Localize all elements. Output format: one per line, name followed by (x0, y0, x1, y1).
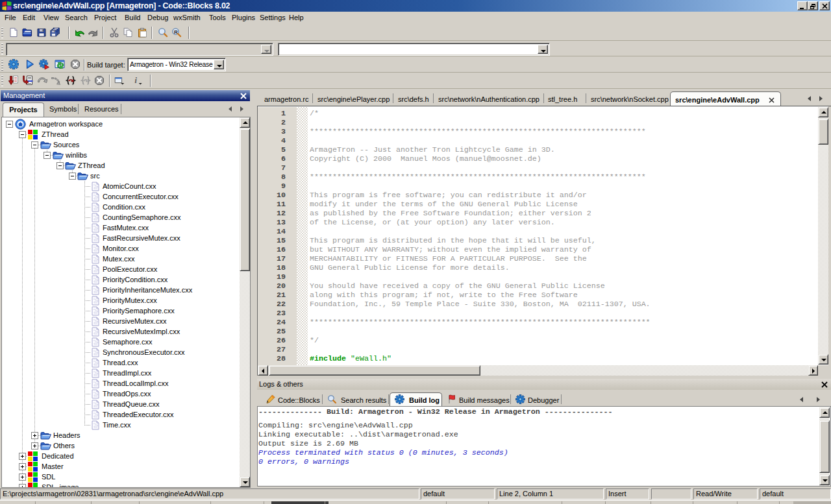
svg-text:i: i (134, 76, 137, 85)
